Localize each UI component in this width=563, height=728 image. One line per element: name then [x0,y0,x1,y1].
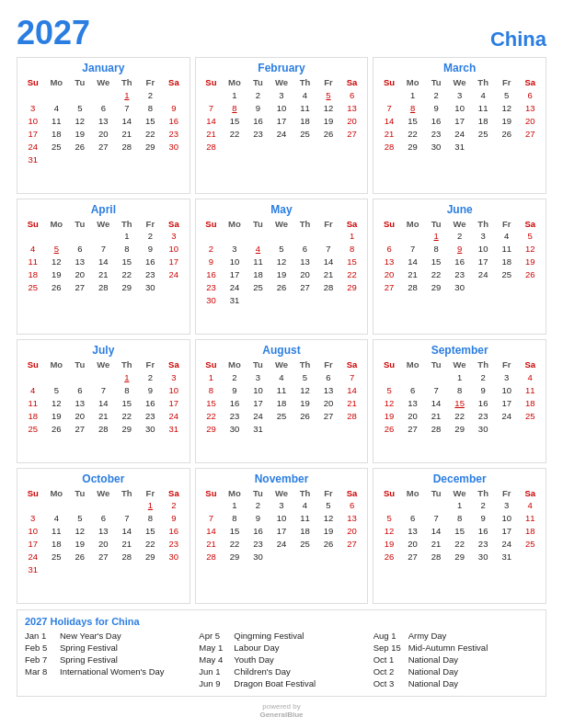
calendar-day [68,370,92,383]
holiday-item: Feb 7Spring Festival [25,654,190,665]
day-header: Su [377,487,401,499]
calendar-day: 14 [377,114,401,127]
calendar-day: 24 [270,127,293,140]
calendar-day [471,281,495,294]
calendar-day: 31 [21,153,45,165]
holidays-columns: Jan 1New Year's DayFeb 5Spring FestivalF… [25,631,538,690]
day-header: Mo [45,358,69,370]
day-header: Su [377,76,401,88]
day-header: Fr [495,487,519,499]
calendar-day: 26 [518,268,542,281]
calendar-day [45,499,69,512]
calendar-day: 3 [247,370,270,383]
calendar-day: 11 [293,512,317,525]
month-block-june: JuneSuMoTuWeThFrSa1234567891011121314151… [373,199,546,336]
calendar-day: 10 [162,383,186,396]
calendar-day: 16 [448,256,472,268]
calendar-day [401,230,425,243]
calendar-day: 26 [68,551,92,563]
calendar-day: 9 [223,383,247,396]
calendar-day [270,294,293,307]
day-header: Sa [518,358,542,370]
calendar-day: 7 [424,383,448,396]
month-name: July [21,344,186,357]
calendar-day: 3 [448,88,472,101]
calendar-day: 9 [247,101,270,114]
calendar-day: 29 [115,281,139,294]
calendar-day: 18 [21,409,45,422]
calendar-day: 30 [139,281,163,294]
year-title: 2027 [17,17,90,50]
calendar-day: 5 [45,383,69,396]
month-name: September [377,344,542,357]
holiday-date: Apr 5 [199,631,230,641]
calendar-day: 19 [518,256,542,268]
calendar-day: 12 [270,256,293,268]
calendar-day: 17 [21,127,45,140]
calendar-day: 6 [377,243,401,256]
calendar-day: 21 [200,538,224,551]
calendar-day: 25 [518,538,542,551]
calendar-day: 21 [92,268,116,281]
calendar-day [247,294,270,307]
calendar-day: 27 [293,281,317,294]
holiday-name: Qingming Festival [234,631,304,641]
calendar-day: 21 [115,538,139,551]
holiday-name: Labour Day [234,643,279,653]
day-header: Sa [162,358,186,370]
calendar-day: 29 [139,551,163,563]
day-header: Th [471,358,495,370]
day-header: Sa [340,218,364,230]
calendar-day: 13 [377,256,401,268]
calendar-day: 3 [270,499,293,512]
calendar-day: 27 [316,409,340,422]
calendar-day: 3 [21,101,45,114]
holiday-date: Oct 2 [373,666,405,677]
calendar-day [340,422,364,435]
calendar-day: 5 [316,499,340,512]
calendar-day [495,140,519,153]
day-header: Mo [223,76,247,88]
day-header: Th [471,76,495,88]
calendar-day: 13 [401,396,425,409]
holiday-name: Youth Day [234,654,274,665]
calendar-day: 13 [92,525,116,538]
calendar-day [68,499,92,512]
calendar-day: 17 [495,396,519,409]
calendar-day: 16 [471,525,495,538]
day-header: Th [115,487,139,499]
calendar-day: 2 [139,230,163,243]
calendar-day: 2 [424,88,448,101]
holiday-item: Oct 3National Day [373,678,538,688]
calendar-day: 18 [518,396,542,409]
calendar-day: 6 [340,88,364,101]
calendar-day [223,230,247,243]
day-header: Tu [247,76,270,88]
calendar-day: 16 [247,114,270,127]
calendar-day [316,294,340,307]
month-name: August [200,344,364,357]
calendar-day: 19 [377,409,401,422]
month-block-october: OctoberSuMoTuWeThFrSa1234567891011121314… [17,468,190,605]
calendar-day: 29 [340,281,364,294]
calendar-day [200,88,224,101]
calendar-day: 28 [377,140,401,153]
day-header: Mo [223,218,247,230]
calendar-day: 6 [340,499,364,512]
calendar-day: 9 [448,243,472,256]
calendar-day: 24 [162,268,186,281]
calendar-day [21,370,45,383]
calendar-day: 13 [293,256,317,268]
calendar-day: 23 [424,127,448,140]
calendar-day: 17 [495,525,519,538]
calendar-day: 30 [200,294,224,307]
calendar-day: 28 [401,281,425,294]
calendar-day: 2 [139,370,163,383]
holiday-date: May 1 [199,643,230,653]
calendar-day: 18 [45,127,69,140]
holiday-name: Dragon Boat Festival [234,678,316,688]
day-header: Th [471,218,495,230]
calendar-day: 31 [223,294,247,307]
calendar-day [247,230,270,243]
calendar-day: 21 [340,396,364,409]
